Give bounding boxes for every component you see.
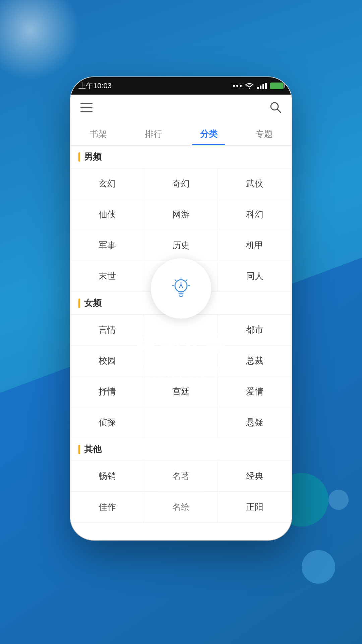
grid-item-lishi[interactable]: 历史 bbox=[144, 230, 218, 261]
status-bar: 上午10:03 bbox=[70, 77, 292, 95]
grid-item-kehuan[interactable]: 科幻 bbox=[218, 199, 292, 230]
grid-item-wangyou[interactable]: 网游 bbox=[144, 199, 218, 230]
grid-item-shuqing[interactable]: 抒情 bbox=[70, 376, 144, 407]
tab-topic[interactable]: 专题 bbox=[236, 123, 292, 145]
other-title: 其他 bbox=[84, 443, 102, 455]
grid-item-xiaoyuan[interactable]: 校园 bbox=[70, 345, 144, 376]
other-section-header: 其他 bbox=[70, 438, 292, 461]
grid-item-mingzhu[interactable]: 名著 bbox=[144, 461, 218, 492]
grid-item-jingdian[interactable]: 经典 bbox=[218, 461, 292, 492]
male-title: 男频 bbox=[84, 151, 102, 163]
male-section-header: 男频 bbox=[70, 146, 292, 168]
bar2 bbox=[260, 86, 261, 89]
male-accent bbox=[78, 152, 80, 162]
grid-item-tongren[interactable]: 同人 bbox=[218, 261, 292, 292]
phone-frame: 上午10:03 bbox=[70, 77, 292, 540]
svg-rect-2 bbox=[80, 107, 93, 108]
female-accent bbox=[78, 299, 80, 308]
other-accent bbox=[78, 445, 80, 454]
grid-item-xuanhuan[interactable]: 玄幻 bbox=[70, 168, 144, 199]
female-title: 女频 bbox=[84, 297, 102, 309]
signal-icon bbox=[257, 83, 267, 89]
bar4 bbox=[265, 83, 267, 89]
grid-item-junshi[interactable]: 军事 bbox=[70, 230, 144, 261]
grid-item-zongcai[interactable]: 总裁 bbox=[218, 345, 292, 376]
grid-item-f-empty3 bbox=[144, 407, 218, 438]
tab-bookshelf[interactable]: 书架 bbox=[70, 123, 126, 145]
dot2 bbox=[236, 85, 238, 87]
svg-point-0 bbox=[249, 88, 250, 89]
dot3 bbox=[240, 85, 242, 87]
status-time: 上午10:03 bbox=[78, 81, 112, 91]
grid-item-yanqing[interactable]: 言情 bbox=[70, 315, 144, 345]
bar3 bbox=[262, 84, 264, 89]
grid-item-f-empty1 bbox=[144, 315, 218, 345]
female-grid: 言情 都市 校园 总裁 抒情 宫廷 爱情 侦探 悬疑 bbox=[70, 314, 292, 438]
grid-item-qihuan[interactable]: 奇幻 bbox=[144, 168, 218, 199]
dot1 bbox=[233, 85, 235, 87]
svg-point-4 bbox=[271, 103, 278, 110]
female-section-header: 女频 bbox=[70, 292, 292, 314]
grid-item-jiazuo[interactable]: 佳作 bbox=[70, 492, 144, 523]
grid-item-dushi[interactable]: 都市 bbox=[218, 315, 292, 345]
grid-item-changxiao[interactable]: 畅销 bbox=[70, 461, 144, 492]
other-grid: 畅销 名著 经典 佳作 名绘 正阳 bbox=[70, 461, 292, 523]
app-header bbox=[70, 95, 292, 123]
battery-icon bbox=[270, 83, 284, 89]
grid-item-aiqing[interactable]: 爱情 bbox=[218, 376, 292, 407]
grid-item-xuanyi[interactable]: 悬疑 bbox=[218, 407, 292, 438]
status-right bbox=[233, 83, 284, 89]
grid-item-empty bbox=[144, 261, 218, 292]
svg-line-5 bbox=[277, 109, 281, 113]
grid-item-f-empty2 bbox=[144, 345, 218, 376]
grid-item-wuxia[interactable]: 武侠 bbox=[218, 168, 292, 199]
grid-item-jiajia[interactable]: 机甲 bbox=[218, 230, 292, 261]
tab-ranking[interactable]: 排行 bbox=[126, 123, 181, 145]
grid-item-gongting[interactable]: 宫廷 bbox=[144, 376, 218, 407]
signal-dots bbox=[233, 85, 242, 87]
grid-item-moshi[interactable]: 末世 bbox=[70, 261, 144, 292]
grid-item-xianxia[interactable]: 仙侠 bbox=[70, 199, 144, 230]
wifi-icon bbox=[245, 83, 254, 89]
app-content: 书架 排行 分类 专题 男频 玄幻 奇幻 武侠 仙侠 bbox=[70, 95, 292, 540]
grid-item-minghui[interactable]: 名绘 bbox=[144, 492, 218, 523]
svg-rect-1 bbox=[80, 103, 93, 104]
male-grid: 玄幻 奇幻 武侠 仙侠 网游 科幻 军事 历史 机甲 末世 同人 bbox=[70, 168, 292, 292]
tab-bar: 书架 排行 分类 专题 bbox=[70, 123, 292, 146]
deco-circle-1 bbox=[302, 550, 335, 584]
grid-item-zhengyang[interactable]: 正阳 bbox=[218, 492, 292, 523]
category-content: 男频 玄幻 奇幻 武侠 仙侠 网游 科幻 军事 历史 机甲 末世 同人 女频 bbox=[70, 146, 292, 540]
tab-category[interactable]: 分类 bbox=[181, 123, 236, 145]
deco-circle-2 bbox=[328, 490, 349, 510]
svg-rect-3 bbox=[80, 111, 93, 112]
bar1 bbox=[257, 87, 259, 89]
menu-button[interactable] bbox=[80, 103, 93, 115]
search-button[interactable] bbox=[269, 101, 282, 116]
grid-item-zhentan[interactable]: 侦探 bbox=[70, 407, 144, 438]
